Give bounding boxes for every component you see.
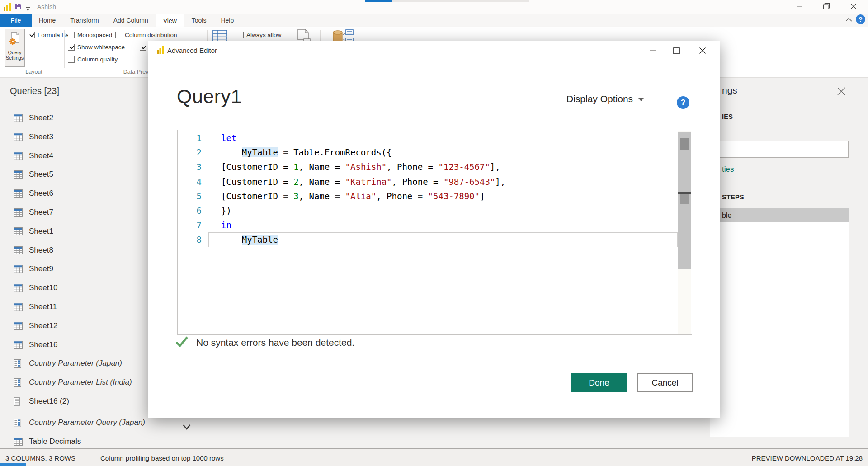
applied-steps-list	[710, 222, 849, 437]
column-profile-checkbox[interactable]	[140, 44, 146, 51]
query-item[interactable]: Country Parameter (Japan)	[0, 356, 148, 371]
line-number: 7	[178, 218, 208, 232]
monospaced-checkbox[interactable]: Monospaced	[68, 32, 112, 38]
applied-steps-section-label: STEPS	[722, 193, 744, 201]
tab-home[interactable]: Home	[32, 14, 63, 27]
minimize-button[interactable]	[789, 0, 809, 13]
parameter-icon	[14, 378, 23, 386]
restore-button[interactable]	[816, 0, 836, 13]
query-item-label: Sheet5	[29, 170, 53, 179]
column-quality-checkbox[interactable]: Column quality	[68, 56, 118, 63]
ribbon-tab-row: File Home Transform Add Column View Tool…	[0, 14, 868, 27]
show-whitespace-checkbox[interactable]: Show whitespace	[68, 44, 125, 51]
table-icon	[14, 114, 23, 122]
applied-step-selected[interactable]: ble	[710, 208, 849, 222]
query-item[interactable]: Sheet16	[0, 337, 148, 353]
code-line: 1let	[178, 131, 678, 145]
query-settings-label: Query Settings	[5, 50, 25, 61]
display-options-dropdown[interactable]: Display Options	[566, 94, 644, 104]
list-icon	[14, 397, 23, 405]
query-item[interactable]: Sheet10	[0, 280, 148, 296]
query-item-label: Sheet4	[29, 151, 53, 160]
table-icon	[14, 246, 23, 254]
tab-tools[interactable]: Tools	[184, 14, 214, 27]
query-item[interactable]: Country Parameter List (India)	[0, 375, 148, 390]
chevron-down-icon	[638, 98, 644, 101]
query-item[interactable]: Sheet8	[0, 243, 148, 258]
line-number: 3	[178, 160, 208, 174]
query-item[interactable]: Sheet2	[0, 110, 148, 126]
dialog-help-icon[interactable]: ?	[677, 96, 689, 109]
table-icon	[14, 265, 23, 273]
query-name-input[interactable]	[705, 141, 849, 158]
query-item[interactable]: Sheet3	[0, 129, 148, 145]
query-item[interactable]: Sheet16 (2)	[0, 394, 148, 409]
all-properties-link[interactable]: ties	[722, 165, 734, 174]
cancel-button[interactable]: Cancel	[637, 373, 693, 392]
dialog-title: Advanced Editor	[167, 47, 217, 54]
query-item[interactable]: Sheet4	[0, 148, 148, 164]
dialog-minimize-button[interactable]	[644, 45, 662, 56]
divider	[12, 3, 12, 10]
tab-help[interactable]: Help	[213, 14, 241, 27]
query-item-label: Table Decimals	[29, 437, 81, 446]
group-label-layout: Layout	[5, 69, 63, 75]
table-icon	[14, 189, 23, 198]
dialog-close-button[interactable]	[693, 45, 712, 56]
m-code-editor[interactable]: 1let2 MyTable = Table.FromRecords({3[Cus…	[177, 130, 692, 335]
quick-access-dropdown-icon[interactable]	[25, 5, 30, 9]
query-item-label: Sheet16	[29, 340, 57, 349]
table-icon	[14, 227, 23, 235]
query-item-label: Sheet3	[29, 132, 53, 141]
table-icon	[14, 284, 23, 292]
table-icon	[14, 341, 23, 349]
table-icon	[14, 170, 23, 179]
power-query-editor-window: Ashish File Home Transform Add Column Vi…	[0, 0, 868, 466]
query-item[interactable]: Sheet6	[0, 186, 148, 201]
query-item[interactable]: Sheet11	[0, 299, 148, 315]
table-icon	[14, 438, 23, 446]
checkbox	[68, 44, 75, 51]
save-icon[interactable]	[15, 3, 22, 10]
close-button[interactable]	[844, 0, 863, 13]
help-icon[interactable]: ?	[856, 14, 865, 24]
query-item[interactable]: Country Parameter Query (Japan)	[0, 415, 148, 430]
done-button[interactable]: Done	[571, 373, 627, 392]
scrollbar-thumb[interactable]	[680, 138, 689, 150]
query-settings-button[interactable]: Query Settings	[5, 29, 25, 67]
parameter-icon	[14, 359, 23, 367]
query-item[interactable]: Table Decimals	[0, 434, 148, 449]
query-item[interactable]: Sheet1	[0, 224, 148, 239]
tab-add-column[interactable]: Add Column	[106, 14, 156, 27]
scrollbar-thumb-secondary[interactable]	[680, 194, 689, 204]
query-item-label: Sheet2	[29, 113, 53, 122]
code-line: 5[CustomerID = 3, Name = "Alia", Phone =…	[178, 189, 678, 203]
collapse-ribbon-chevron-icon[interactable]	[845, 15, 852, 24]
parameter-icon	[14, 419, 23, 427]
tab-view[interactable]: View	[156, 14, 184, 27]
status-accent-strip	[0, 463, 26, 466]
chevron-down-icon[interactable]	[183, 424, 191, 430]
power-bi-logo-icon	[157, 46, 164, 54]
content-area: Queries [23] Sheet2Sheet3Sheet4Sheet5She…	[0, 78, 868, 448]
query-item[interactable]: Sheet9	[0, 261, 148, 277]
query-item[interactable]: Sheet7	[0, 205, 148, 220]
query-item-label: Sheet1	[29, 227, 53, 236]
properties-section-label: IES	[722, 113, 733, 120]
dialog-maximize-button[interactable]	[667, 45, 685, 56]
editor-scrollbar[interactable]	[678, 131, 691, 334]
column-distribution-checkbox[interactable]: Column distribution	[115, 32, 177, 38]
close-panel-icon[interactable]	[837, 87, 846, 96]
query-item-label: Sheet7	[29, 208, 53, 217]
tab-transform[interactable]: Transform	[63, 14, 106, 27]
tab-file[interactable]: File	[0, 14, 32, 27]
query-item-label: Sheet8	[29, 246, 53, 255]
checkbox	[68, 56, 75, 63]
query-settings-panel-title: ngs	[722, 85, 737, 96]
code-line: 4[CustomerID = 2, Name = "Katrina", Phon…	[178, 174, 678, 189]
checkbox	[140, 44, 146, 51]
always-allow-checkbox[interactable]: Always allow	[237, 32, 281, 38]
checkbox	[28, 32, 35, 38]
query-item[interactable]: Sheet12	[0, 318, 148, 334]
query-item[interactable]: Sheet5	[0, 167, 148, 182]
